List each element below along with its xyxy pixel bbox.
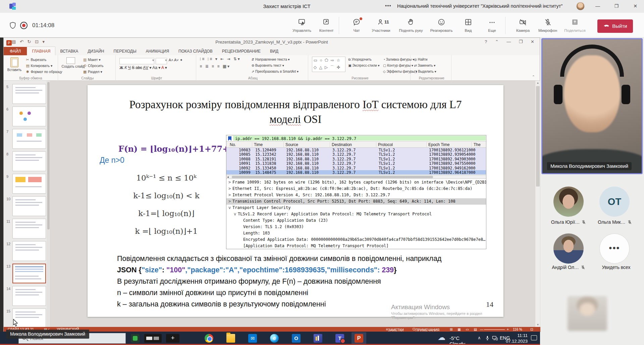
- packet-row[interactable]: 1008815.128191192.168.88.1103.122.29.7TL…: [226, 157, 486, 161]
- content-button[interactable]: Контент: [311, 17, 342, 36]
- column-header[interactable]: Destination: [332, 142, 352, 147]
- participant-avatar[interactable]: [553, 187, 584, 217]
- zoom-out-button[interactable]: —: [480, 328, 483, 331]
- detail-line[interactable]: Version: TLS 1.2 (0x0303): [226, 224, 486, 230]
- detail-line[interactable]: [Application Data Protocol: MQ Telemetry…: [226, 243, 486, 249]
- teams-icon[interactable]: T: [335, 334, 344, 343]
- detail-line[interactable]: Content Type: Application Data (23): [226, 217, 486, 224]
- panel-scrollbar[interactable]: [47, 81, 50, 327]
- font-name-select[interactable]: ▾: [119, 58, 154, 64]
- column-header[interactable]: Protocol: [378, 142, 393, 147]
- mail-icon[interactable]: ✉: [248, 334, 257, 343]
- select-button[interactable]: ▢ Выделить ▾: [414, 69, 436, 75]
- participants-button[interactable]: 11 Участники: [366, 17, 396, 36]
- layout-button[interactable]: ▥Макет ▾: [83, 57, 104, 63]
- formula-condition[interactable]: Де n>0: [100, 156, 124, 165]
- slide-thumbnail-10[interactable]: 10: [4, 196, 48, 216]
- view-switcher[interactable]: ⊞ ▦ ▭ ▤: [450, 328, 479, 331]
- weather-text[interactable]: -5°C Cloudy: [449, 335, 465, 345]
- slide-thumbnail-7[interactable]: 7: [4, 129, 48, 149]
- reset-button[interactable]: ⟲Сбросить: [83, 63, 104, 69]
- align-buttons[interactable]: ≡ ≣ ≡ ≡ ▦▾: [200, 64, 250, 69]
- weather-cloud-icon[interactable]: ☁: [438, 333, 445, 342]
- tab-ПЕРЕХОДЫ[interactable]: ПЕРЕХОДЫ: [109, 47, 141, 56]
- body-line5[interactable]: k – загальна довжина символів в результу…: [117, 300, 326, 308]
- align-text-button[interactable]: ⊜ Выровнять текст ▾: [252, 63, 299, 69]
- participant-avatar[interactable]: [553, 233, 584, 264]
- tab-РЕЦЕНЗИРОВАНИЕ[interactable]: РЕЦЕНЗИРОВАНИЕ: [217, 47, 265, 56]
- section-button[interactable]: ▦Раздел ▾: [83, 69, 104, 75]
- smartart-button[interactable]: ⇗ Преобразовать в SmartArt ▾: [252, 69, 299, 75]
- detail-line[interactable]: vTLSv1.2 Record Layer: Application Data …: [226, 211, 486, 217]
- quick-styles-button[interactable]: ▣ Экспресс-стили ▾: [348, 63, 379, 69]
- detail-line[interactable]: vTransport Layer Security: [226, 205, 486, 211]
- zoom-level[interactable]: 116 %: [513, 328, 522, 331]
- formula-main[interactable]: F(n) = ⌊log₁₀(n)⌋+1+77+n,: [118, 144, 238, 154]
- close-button[interactable]: ✕: [628, 0, 643, 12]
- slide-thumbnail-12[interactable]: 12: [4, 241, 48, 261]
- slide-thumbnail-14[interactable]: 14: [4, 286, 48, 306]
- packet-row[interactable]: 1008315.120409192.168.88.1103.122.29.7TL…: [226, 148, 486, 152]
- body-line4[interactable]: n – символи змінної довжини що присутні …: [117, 289, 308, 297]
- arrange-button[interactable]: ⧉ Упорядочить: [348, 57, 379, 63]
- mic-button[interactable]: Микрофон: [532, 17, 563, 36]
- detail-line[interactable]: Length: 103: [226, 230, 486, 236]
- paste-button[interactable]: Вставить: [6, 57, 23, 72]
- chrome-icon[interactable]: [205, 334, 213, 343]
- tab-ВСТАВКА[interactable]: ВСТАВКА: [55, 47, 83, 56]
- column-header[interactable]: Epoch Time: [428, 142, 449, 147]
- tab-ДИЗАЙН[interactable]: ДИЗАЙН: [83, 47, 109, 56]
- slide-title-line1[interactable]: Розрахунок розміру повідомлення відправл…: [88, 98, 503, 111]
- tab-ВИД[interactable]: ВИД: [265, 47, 283, 56]
- powerpoint-taskbar-active[interactable]: P: [352, 332, 366, 344]
- body-line3[interactable]: В результаті дослідження отримано формул…: [117, 277, 381, 286]
- detail-line[interactable]: >Transmission Control Protocol, Src Port…: [226, 198, 486, 205]
- format-painter-button[interactable]: ✱Формат по образцу: [26, 69, 62, 75]
- column-header[interactable]: Source: [285, 142, 298, 147]
- tray-chevron-icon[interactable]: ∧: [478, 335, 481, 340]
- tray-display-icon[interactable]: [492, 336, 498, 341]
- app-green-icon[interactable]: [131, 334, 140, 343]
- maximize-button[interactable]: ❐: [609, 0, 624, 12]
- raise-hand-button[interactable]: Поднять руку: [395, 17, 426, 36]
- new-slide-button[interactable]: Создать слайд: [61, 57, 80, 68]
- tab-ФАЙЛ[interactable]: ФАЙЛ: [4, 47, 27, 56]
- ppt-window-controls[interactable]: ? ⌃ — ❐ ✕: [485, 39, 538, 44]
- share-tray-button[interactable]: Поделиться: [559, 17, 590, 36]
- react-button[interactable]: Реагировать: [426, 17, 457, 36]
- comments-button[interactable]: 🗨 ПРИМЕЧАНИЯ: [412, 328, 416, 331]
- tab-АНИМАЦИЯ[interactable]: АНИМАЦИЯ: [141, 47, 174, 56]
- fit-slide-button[interactable]: ⊡: [530, 328, 533, 331]
- minimize-button[interactable]: —: [590, 0, 605, 12]
- tray-mic-icon[interactable]: [485, 335, 490, 341]
- slide-title-line2[interactable]: моделі OSI: [88, 113, 503, 126]
- zoom-in-button[interactable]: +: [507, 328, 509, 331]
- edge-icon[interactable]: e: [270, 334, 279, 343]
- shapes-gallery[interactable]: ▭ ○ ⬠ ⇨ ☆◇ △ ▷ ⌒ ✣: [312, 57, 345, 72]
- detail-line[interactable]: >Internet Protocol Version 4, Src: 192.1…: [226, 192, 486, 198]
- packet-row[interactable]: 1009915.148475192.168.88.1103.122.29.7TL…: [226, 170, 486, 175]
- slide-thumbnail-6[interactable]: 6: [4, 107, 48, 126]
- font-size-select[interactable]: ▾: [156, 58, 167, 64]
- more-button[interactable]: Еще: [477, 17, 507, 36]
- notes-button[interactable]: ≡ ЗАМЕТКИ: [386, 328, 388, 331]
- slide-thumbnail-13[interactable]: 13: [4, 264, 48, 283]
- self-view-video[interactable]: [568, 296, 607, 331]
- body-json-line[interactable]: JSON {"size": "100","package":"A","epoch…: [117, 266, 396, 274]
- action-center-icon[interactable]: [531, 335, 537, 340]
- detail-line[interactable]: Encrypted Application Data: 000000000000…: [226, 236, 486, 243]
- outlook-icon[interactable]: O: [292, 334, 301, 343]
- slide-thumbnail-5[interactable]: 5: [4, 84, 48, 104]
- slide-thumbnail-11[interactable]: 11: [4, 219, 48, 238]
- overflow-dots-icon[interactable]: •••: [385, 3, 391, 8]
- detail-line[interactable]: >Ethernet II, Src: Espressi_a8:2b:ac (c8…: [226, 186, 486, 192]
- clock[interactable]: 11:1107.12.2023: [504, 333, 528, 344]
- explorer-icon[interactable]: [226, 334, 235, 343]
- detail-line[interactable]: >Frame 10099: 162 bytes on wire (1296 bi…: [226, 179, 486, 186]
- add-tile-icon[interactable]: +: [166, 334, 179, 343]
- collapse-ribbon-button[interactable]: ⌃: [532, 75, 535, 79]
- vertical-scrollbar[interactable]: ▲▼: [535, 81, 540, 327]
- zoom-slider[interactable]: [484, 329, 505, 330]
- font-style-buttons[interactable]: Ж К Ч S abc A̲V̲ ▾ Aa ▾ A ▾: [119, 65, 194, 70]
- slide-thumbnail-9[interactable]: 9: [4, 174, 48, 194]
